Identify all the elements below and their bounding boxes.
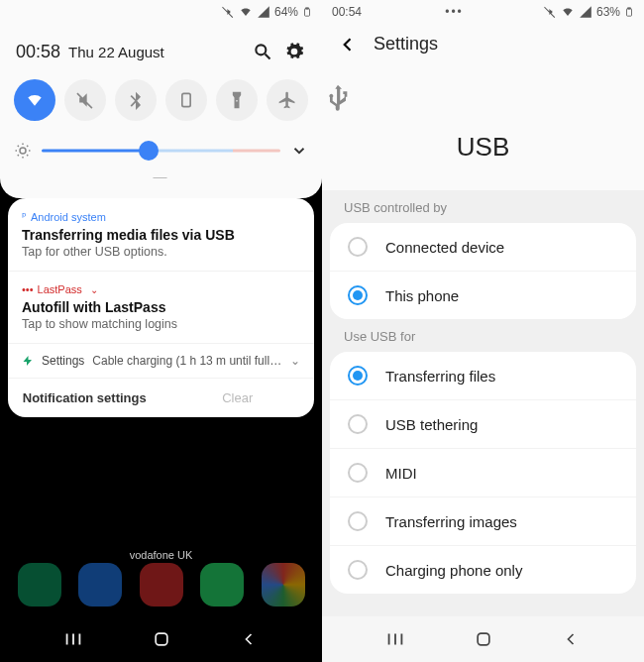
- shade-handle[interactable]: —: [14, 168, 308, 188]
- notif-body: Tap for other USB options.: [22, 245, 300, 259]
- notification-item-settings[interactable]: Settings Cable charging (1 h 13 m until …: [8, 344, 314, 378]
- radio-icon: [348, 414, 368, 434]
- svg-line-3: [266, 55, 270, 59]
- radio-icon: [348, 463, 368, 483]
- card-footer: Notification settings Clear: [8, 378, 314, 417]
- options-card-controlled-by: Connected device This phone: [330, 223, 636, 319]
- nav-back[interactable]: [557, 625, 585, 653]
- usb-label: USB: [322, 132, 644, 163]
- toggle-rotation-lock[interactable]: [165, 79, 207, 121]
- notif-body: Tap to show matching logins: [22, 317, 300, 331]
- option-charging-only[interactable]: Charging phone only: [330, 546, 636, 594]
- battery-icon: [624, 5, 634, 19]
- lastpass-icon: •••: [22, 283, 34, 295]
- navbar-left: [0, 616, 322, 662]
- radio-icon: [348, 560, 368, 580]
- notif-title: Autofill with LastPass: [22, 299, 300, 315]
- nav-recents[interactable]: [59, 625, 87, 653]
- notif-app-label: ••• LastPass ⌄: [22, 283, 300, 295]
- toggle-mute[interactable]: [64, 79, 106, 121]
- gear-icon[interactable]: [282, 40, 306, 63]
- notif-title: Transferring media files via USB: [22, 227, 300, 243]
- signal-icon: [579, 5, 592, 19]
- phone-right: 00:54 ••• 63% Settings USB USB controlle…: [322, 0, 644, 662]
- status-time: 00:54: [332, 5, 362, 19]
- nav-recents[interactable]: [381, 625, 409, 653]
- chevron-down-icon[interactable]: [290, 142, 308, 160]
- shade-header: 00:58 Thu 22 August: [14, 32, 308, 75]
- page-title: Settings: [374, 34, 438, 55]
- dock-app-messages[interactable]: [78, 563, 122, 607]
- notif-app-label: Settings: [42, 354, 84, 368]
- wifi-icon: [561, 5, 575, 19]
- toggle-bluetooth[interactable]: [115, 79, 157, 121]
- search-icon[interactable]: [251, 40, 274, 63]
- option-transferring-files[interactable]: Transferring files: [330, 352, 636, 400]
- notification-shade: 00:58 Thu 22 August: [0, 24, 322, 198]
- section-label: USB controlled by: [322, 190, 644, 223]
- svg-rect-0: [305, 9, 310, 17]
- carrier-label: vodafone UK: [0, 549, 322, 561]
- quick-toggles: [14, 75, 308, 133]
- chevron-down-icon[interactable]: ⌄: [90, 284, 98, 295]
- brightness-icon: [14, 142, 32, 160]
- mute-icon: [221, 5, 235, 19]
- nav-back[interactable]: [235, 625, 263, 653]
- nav-home[interactable]: [148, 625, 175, 653]
- svg-rect-15: [478, 633, 489, 645]
- dock-app-camera[interactable]: [140, 563, 183, 607]
- shade-time: 00:58: [16, 42, 60, 62]
- navbar-right: [322, 616, 644, 662]
- radio-icon: [348, 511, 368, 531]
- svg-point-2: [256, 45, 266, 55]
- chevron-down-icon[interactable]: ⌄: [290, 354, 300, 368]
- nav-home[interactable]: [470, 625, 497, 653]
- app-dock: [0, 563, 322, 607]
- shade-date: Thu 22 August: [68, 44, 164, 60]
- radio-icon: [348, 285, 368, 305]
- usb-icon: [322, 82, 644, 114]
- back-icon[interactable]: [338, 35, 358, 55]
- clear-button[interactable]: Clear: [161, 379, 315, 417]
- radio-icon: [348, 366, 368, 386]
- option-usb-tethering[interactable]: USB tethering: [330, 400, 636, 449]
- status-bar-left: 64%: [0, 0, 322, 24]
- status-bar-right: 00:54 ••• 63%: [322, 0, 644, 24]
- option-midi[interactable]: MIDI: [330, 449, 636, 497]
- settings-header: Settings: [322, 24, 644, 64]
- dock-app-chrome[interactable]: [262, 563, 305, 607]
- wifi-icon: [239, 5, 253, 19]
- section-label: Use USB for: [322, 319, 644, 352]
- mute-icon: [543, 5, 557, 19]
- option-this-phone[interactable]: This phone: [330, 272, 636, 319]
- bolt-icon: [22, 355, 34, 367]
- notification-card: ᵖ Android system Transferring media file…: [8, 198, 314, 417]
- dock-app-whatsapp[interactable]: [200, 563, 244, 607]
- phone-left: 64% 00:58 Thu 22 August: [0, 0, 322, 662]
- radio-icon: [348, 237, 368, 257]
- notification-settings-button[interactable]: Notification settings: [8, 379, 161, 417]
- toggle-airplane[interactable]: [267, 79, 308, 121]
- brightness-slider-row: [14, 133, 308, 168]
- svg-rect-4: [182, 93, 190, 106]
- android-icon: ᵖ: [22, 210, 27, 223]
- dock-app-phone[interactable]: [18, 563, 61, 607]
- usb-hero: USB: [322, 64, 644, 190]
- svg-rect-10: [626, 9, 631, 17]
- notification-cards: ᵖ Android system Transferring media file…: [0, 198, 322, 417]
- signal-icon: [257, 5, 270, 19]
- option-connected-device[interactable]: Connected device: [330, 223, 636, 272]
- svg-rect-9: [156, 633, 167, 645]
- notif-app-label: ᵖ Android system: [22, 210, 300, 223]
- brightness-slider[interactable]: [42, 139, 280, 163]
- toggle-wifi[interactable]: [14, 79, 55, 121]
- status-dots-icon: •••: [445, 5, 464, 19]
- svg-point-5: [20, 148, 26, 154]
- battery-icon: [302, 5, 312, 19]
- battery-percent: 63%: [596, 5, 620, 19]
- notification-item[interactable]: ᵖ Android system Transferring media file…: [8, 198, 314, 272]
- toggle-flashlight[interactable]: [216, 79, 258, 121]
- options-card-use-usb-for: Transferring files USB tethering MIDI Tr…: [330, 352, 636, 594]
- option-transferring-images[interactable]: Transferring images: [330, 497, 636, 546]
- notification-item[interactable]: ••• LastPass ⌄ Autofill with LastPass Ta…: [8, 272, 314, 344]
